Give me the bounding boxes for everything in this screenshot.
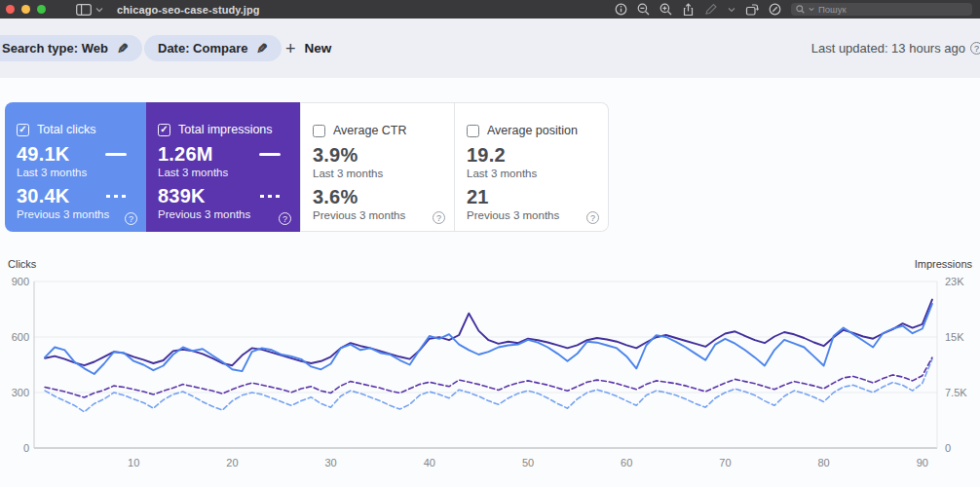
svg-text:23K: 23K: [945, 276, 964, 287]
svg-text:60: 60: [621, 457, 632, 468]
metric-card-total-impressions[interactable]: ✓ Total impressions 1.26M Last 3 months …: [146, 102, 300, 232]
current-value: 19.2: [467, 144, 506, 167]
svg-text:70: 70: [719, 457, 731, 468]
info-icon[interactable]: [615, 3, 627, 16]
help-icon[interactable]: ?: [586, 211, 599, 224]
search-type-label: Search type: Web: [2, 41, 108, 56]
help-icon[interactable]: ?: [433, 211, 445, 224]
markup-chevron-icon[interactable]: [728, 7, 735, 13]
checkbox-checked-icon[interactable]: ✓: [158, 124, 170, 136]
previous-value: 839K: [158, 185, 206, 207]
metric-card-average-position[interactable]: Average position 19.2 Last 3 months 21 P…: [455, 102, 609, 232]
previous-period-label: Previous 3 months: [17, 208, 134, 220]
svg-text:40: 40: [424, 457, 435, 468]
checkbox-checked-icon[interactable]: ✓: [17, 124, 29, 136]
svg-text:0: 0: [945, 442, 951, 454]
svg-text:7.5K: 7.5K: [945, 387, 967, 398]
maximize-window-button[interactable]: [37, 5, 46, 14]
card-title: Average position: [487, 124, 578, 137]
card-title: Total impressions: [178, 123, 273, 136]
minimize-window-button[interactable]: [21, 5, 30, 14]
dotted-line-legend-icon: [260, 195, 281, 198]
search-input[interactable]: Пошук: [791, 3, 972, 16]
performance-line-chart: 90023K60015K3007.5K00102030405060708090: [0, 253, 980, 482]
svg-text:900: 900: [12, 276, 29, 287]
checkbox-unchecked-icon[interactable]: [313, 125, 325, 137]
svg-text:15K: 15K: [945, 331, 964, 343]
svg-text:300: 300: [12, 387, 29, 398]
current-period-label: Last 3 months: [158, 167, 288, 178]
window-controls: [6, 5, 46, 14]
checkbox-unchecked-icon[interactable]: [467, 125, 479, 137]
help-icon[interactable]: ?: [125, 212, 137, 225]
last-updated-text: Last updated: 13 hours ago: [811, 41, 965, 56]
svg-text:10: 10: [128, 457, 139, 468]
edit-pencil-icon[interactable]: ✎: [117, 41, 129, 56]
svg-text:50: 50: [522, 457, 534, 468]
filters-toolbar: Search type: Web ✎ Date: Compare ✎ + New…: [0, 19, 980, 78]
svg-text:30: 30: [324, 457, 336, 468]
sidebar-toggle-icon[interactable]: [76, 4, 92, 16]
new-filter-label: New: [305, 41, 332, 56]
svg-text:90: 90: [917, 457, 928, 468]
previous-value: 30.4K: [17, 185, 69, 207]
close-window-button[interactable]: [6, 5, 15, 14]
svg-text:80: 80: [817, 457, 829, 468]
plus-icon: +: [285, 40, 296, 57]
search-placeholder: Пошук: [818, 4, 847, 15]
search-type-filter[interactable]: Search type: Web ✎: [0, 35, 142, 61]
window-titlebar: chicago-seo-case-study.jpg: [0, 0, 980, 19]
solid-line-legend-icon: [105, 153, 127, 156]
app-window: chicago-seo-case-study.jpg: [0, 0, 980, 487]
current-period-label: Last 3 months: [17, 167, 134, 178]
markup-pencil-icon[interactable]: [704, 3, 718, 16]
date-filter[interactable]: Date: Compare ✎: [144, 35, 282, 61]
card-title: Total clicks: [37, 123, 95, 136]
share-icon[interactable]: [682, 3, 695, 17]
dotted-line-legend-icon: [106, 195, 127, 198]
search-icon: [796, 5, 805, 14]
metric-card-total-clicks[interactable]: ✓ Total clicks 49.1K Last 3 months 30.4K…: [5, 102, 146, 232]
rotate-icon[interactable]: [745, 3, 759, 16]
svg-text:20: 20: [226, 457, 238, 468]
search-scope-chevron-icon: [809, 7, 814, 12]
current-period-label: Last 3 months: [313, 168, 442, 179]
help-icon[interactable]: ?: [279, 212, 291, 225]
previous-value: 3.6%: [313, 186, 358, 208]
current-value: 1.26M: [158, 143, 213, 166]
previous-period-label: Previous 3 months: [313, 209, 442, 221]
card-title: Average CTR: [333, 124, 407, 137]
sidebar-chevron-icon[interactable]: [95, 7, 103, 13]
date-filter-label: Date: Compare: [158, 41, 247, 56]
current-value: 49.1K: [17, 143, 69, 166]
zoom-out-icon[interactable]: [637, 3, 650, 16]
current-period-label: Last 3 months: [467, 168, 596, 179]
metric-cards-row: ✓ Total clicks 49.1K Last 3 months 30.4K…: [5, 102, 609, 232]
svg-text:0: 0: [23, 442, 29, 454]
previous-value: 21: [467, 186, 489, 208]
new-filter-button[interactable]: + New: [285, 35, 331, 61]
current-value: 3.9%: [313, 144, 358, 167]
solid-line-legend-icon: [259, 153, 281, 156]
help-icon[interactable]: ?: [970, 42, 980, 55]
previous-period-label: Previous 3 months: [467, 209, 596, 221]
window-title: chicago-seo-case-study.jpg: [117, 4, 260, 16]
edit-pencil-icon[interactable]: ✎: [256, 41, 268, 56]
markup-circle-icon[interactable]: [769, 3, 781, 16]
svg-text:600: 600: [12, 331, 29, 343]
previous-period-label: Previous 3 months: [158, 208, 288, 220]
zoom-in-icon[interactable]: [660, 3, 672, 16]
metric-card-average-ctr[interactable]: Average CTR 3.9% Last 3 months 3.6% Prev…: [300, 102, 455, 232]
